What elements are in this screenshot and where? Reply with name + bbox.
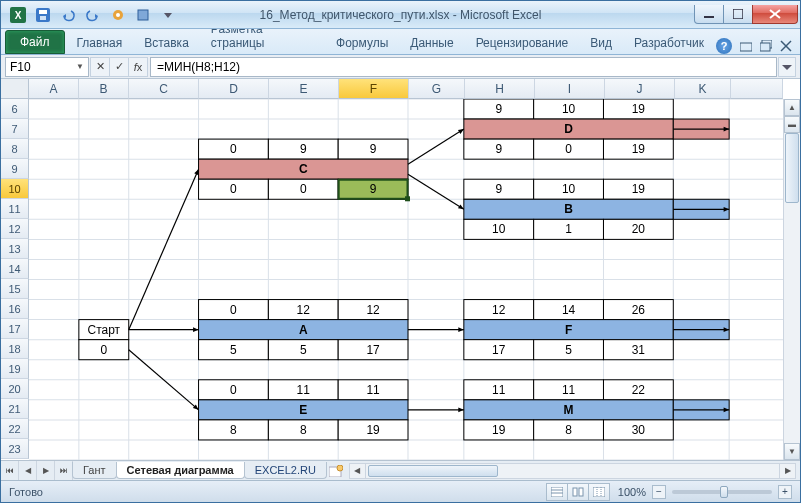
ribbon-tab[interactable]: Данные (400, 32, 463, 54)
expand-formula-icon[interactable] (778, 57, 796, 77)
qat-more-icon[interactable] (157, 4, 179, 26)
row-header[interactable]: 14 (1, 259, 29, 279)
vertical-scrollbar[interactable]: ▲ ▬ ▼ (783, 99, 800, 460)
column-header[interactable]: E (269, 79, 339, 99)
undo-icon[interactable] (57, 4, 79, 26)
minimize-ribbon-icon[interactable] (740, 40, 752, 52)
ribbon-tab[interactable]: Вставка (134, 32, 199, 54)
svg-rect-105 (338, 300, 408, 320)
zoom-slider[interactable] (672, 490, 772, 494)
svg-rect-4 (40, 16, 46, 20)
svg-rect-79 (464, 139, 534, 159)
maximize-button[interactable] (723, 5, 753, 24)
scroll-up-icon[interactable]: ▲ (784, 99, 800, 116)
page-layout-view-icon[interactable] (567, 483, 589, 501)
svg-text:17: 17 (366, 343, 380, 357)
redo-icon[interactable] (82, 4, 104, 26)
scroll-left-icon[interactable]: ◀ (350, 464, 366, 478)
row-header[interactable]: 6 (1, 99, 29, 119)
row-header[interactable]: 9 (1, 159, 29, 179)
row-header[interactable]: 11 (1, 199, 29, 219)
row-header[interactable]: 16 (1, 299, 29, 319)
svg-text:0: 0 (300, 182, 307, 196)
column-header[interactable]: G (409, 79, 465, 99)
split-handle[interactable]: ▬ (784, 116, 800, 133)
close-button[interactable] (752, 5, 798, 24)
help-icon[interactable]: ? (716, 38, 732, 54)
zoom-knob[interactable] (720, 486, 728, 498)
accept-fx-icon[interactable]: ✓ (109, 57, 129, 77)
sheet-tab[interactable]: Гант (72, 462, 117, 479)
column-header[interactable]: C (129, 79, 199, 99)
svg-rect-51 (79, 320, 129, 340)
row-header[interactable]: 7 (1, 119, 29, 139)
column-header[interactable]: J (605, 79, 675, 99)
qat-custom2-icon[interactable] (132, 4, 154, 26)
cancel-fx-icon[interactable]: ✕ (90, 57, 110, 77)
svg-text:26: 26 (632, 303, 646, 317)
fx-icon[interactable]: fx (128, 57, 148, 77)
ribbon-tab[interactable]: Рецензирование (466, 32, 579, 54)
last-sheet-icon[interactable]: ⏭ (55, 461, 73, 480)
scroll-right-icon[interactable]: ▶ (779, 464, 795, 478)
row-header[interactable]: 19 (1, 359, 29, 379)
ribbon-tab[interactable]: Формулы (326, 32, 398, 54)
column-header[interactable]: B (79, 79, 129, 99)
row-header[interactable]: 17 (1, 319, 29, 339)
zoom-in-icon[interactable]: + (778, 485, 792, 499)
excel-icon[interactable]: X (7, 4, 29, 26)
restore-window-icon[interactable] (760, 40, 772, 52)
svg-text:20: 20 (632, 222, 646, 236)
qat-custom-icon[interactable] (107, 4, 129, 26)
column-header[interactable]: D (199, 79, 269, 99)
normal-view-icon[interactable] (546, 483, 568, 501)
sheet-tab[interactable]: EXCEL2.RU (244, 462, 327, 479)
scroll-thumb[interactable] (785, 133, 799, 203)
sheet-tab-active[interactable]: Сетевая диаграмма (116, 462, 245, 479)
svg-text:C: C (299, 162, 308, 176)
hscroll-thumb[interactable] (368, 465, 498, 477)
close-workbook-icon[interactable] (780, 40, 792, 52)
horizontal-scrollbar[interactable]: ◀ ▶ (349, 463, 796, 479)
next-sheet-icon[interactable]: ▶ (37, 461, 55, 480)
column-header[interactable]: K (675, 79, 731, 99)
zoom-out-icon[interactable]: − (652, 485, 666, 499)
zoom-level[interactable]: 100% (618, 486, 646, 498)
column-header[interactable]: F (339, 79, 409, 99)
new-sheet-icon[interactable] (327, 464, 345, 478)
scroll-down-icon[interactable]: ▼ (784, 443, 800, 460)
file-tab[interactable]: Файл (5, 30, 65, 54)
page-break-view-icon[interactable] (588, 483, 610, 501)
row-header[interactable]: 21 (1, 399, 29, 419)
first-sheet-icon[interactable]: ⏮ (1, 461, 19, 480)
row-header[interactable]: 8 (1, 139, 29, 159)
svg-text:12: 12 (366, 303, 380, 317)
column-header[interactable]: I (535, 79, 605, 99)
ribbon-tab[interactable]: Разработчик (624, 32, 714, 54)
svg-rect-119 (603, 300, 673, 320)
name-box[interactable]: F10▼ (5, 57, 89, 77)
row-header[interactable]: 10 (1, 179, 29, 199)
select-all-corner[interactable] (1, 79, 29, 99)
ribbon-tab[interactable]: Главная (67, 32, 133, 54)
ribbon-tab[interactable]: Вид (580, 32, 622, 54)
svg-text:10: 10 (492, 222, 506, 236)
row-header[interactable]: 23 (1, 439, 29, 459)
row-header[interactable]: 18 (1, 339, 29, 359)
cell-grid[interactable]: Старт0099C00991019D901991019B1012001212A… (29, 99, 783, 460)
column-header[interactable]: A (29, 79, 79, 99)
row-header[interactable]: 13 (1, 239, 29, 259)
formula-input[interactable]: =МИН(H8;H12) (150, 57, 777, 77)
row-header[interactable]: 15 (1, 279, 29, 299)
row-header[interactable]: 12 (1, 219, 29, 239)
svg-rect-129 (673, 320, 729, 340)
svg-text:M: M (564, 403, 574, 417)
row-header[interactable]: 20 (1, 379, 29, 399)
svg-rect-188 (593, 487, 605, 497)
minimize-button[interactable] (694, 5, 724, 24)
save-icon[interactable] (32, 4, 54, 26)
column-header[interactable]: H (465, 79, 535, 99)
dropdown-icon[interactable]: ▼ (76, 62, 84, 71)
prev-sheet-icon[interactable]: ◀ (19, 461, 37, 480)
row-header[interactable]: 22 (1, 419, 29, 439)
